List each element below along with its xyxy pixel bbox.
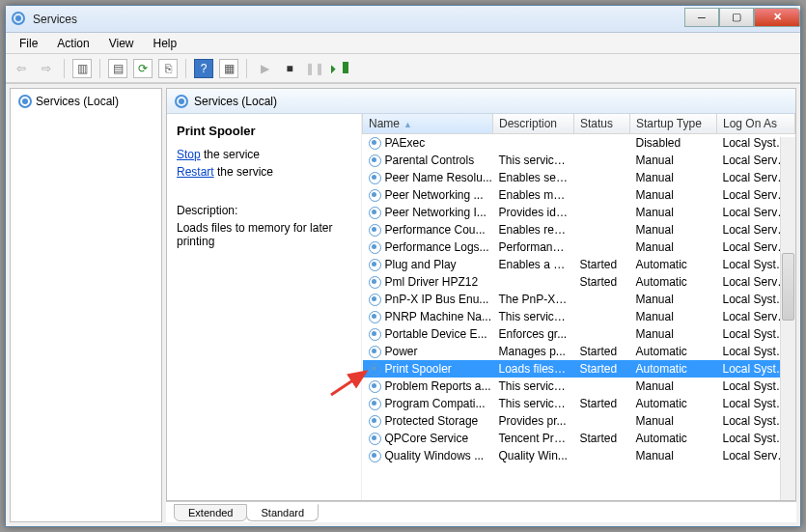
svc-startup: Manual bbox=[630, 378, 717, 395]
window-title: Services bbox=[33, 13, 684, 26]
svc-name: Pml Driver HPZ12 bbox=[385, 275, 479, 289]
start-service-button[interactable]: ▶ bbox=[255, 59, 274, 78]
service-row[interactable]: QPCore ServiceTencent Pro...StartedAutom… bbox=[363, 430, 795, 447]
scroll-thumb[interactable] bbox=[782, 253, 794, 321]
service-row[interactable]: Print SpoolerLoads files t...StartedAuto… bbox=[363, 360, 795, 378]
service-row[interactable]: Pml Driver HPZ12StartedAutomaticLocal Se… bbox=[363, 273, 795, 291]
svc-status bbox=[574, 186, 630, 204]
service-row[interactable]: Problem Reports a...This service ...Manu… bbox=[363, 378, 795, 395]
service-row[interactable]: PowerManages p...StartedAutomaticLocal S… bbox=[363, 343, 795, 360]
vertical-scrollbar[interactable] bbox=[780, 137, 795, 500]
svc-startup: Manual bbox=[630, 186, 717, 204]
console-tree[interactable]: Services (Local) bbox=[10, 88, 162, 522]
svc-status bbox=[574, 412, 630, 430]
menu-help[interactable]: Help bbox=[146, 35, 185, 52]
svc-startup: Automatic bbox=[630, 395, 717, 412]
export-list-button[interactable]: ⎘ bbox=[158, 59, 178, 78]
menu-file[interactable]: File bbox=[12, 35, 45, 52]
service-row[interactable]: Parental ControlsThis service ...ManualL… bbox=[363, 152, 795, 169]
maximize-button[interactable]: ▢ bbox=[719, 8, 754, 27]
service-row[interactable]: PnP-X IP Bus Enu...The PnP-X ...ManualLo… bbox=[363, 291, 795, 308]
gear-icon bbox=[369, 207, 381, 219]
gear-icon bbox=[369, 450, 381, 462]
properties-button[interactable]: ▤ bbox=[108, 59, 127, 78]
back-button[interactable]: ⇦ bbox=[12, 59, 31, 78]
restart-service-button[interactable]: ⏵❚ bbox=[330, 59, 349, 78]
svc-startup: Manual bbox=[630, 152, 717, 169]
service-row[interactable]: PAExecDisabledLocal Syste... bbox=[363, 134, 795, 153]
service-row[interactable]: Plug and PlayEnables a c...StartedAutoma… bbox=[363, 256, 795, 273]
sort-asc-icon: ▲ bbox=[403, 120, 412, 129]
pane-title: Services (Local) bbox=[194, 95, 277, 108]
service-row[interactable]: Performance Logs...Performanc...ManualLo… bbox=[363, 238, 795, 256]
svc-desc: Provides pr... bbox=[493, 412, 574, 430]
svc-desc: Manages p... bbox=[493, 343, 574, 360]
svc-status bbox=[574, 447, 630, 464]
svc-status bbox=[574, 238, 630, 256]
svc-startup: Manual bbox=[630, 447, 717, 464]
col-name[interactable]: Name▲ bbox=[363, 114, 493, 134]
svc-name: PnP-X IP Bus Enu... bbox=[385, 293, 489, 306]
svc-desc: This service ... bbox=[493, 378, 574, 395]
help-button[interactable]: ? bbox=[194, 59, 213, 78]
forward-button[interactable]: ⇨ bbox=[37, 59, 56, 78]
gear-icon bbox=[369, 380, 381, 393]
svc-name: Peer Networking I... bbox=[385, 206, 486, 219]
close-button[interactable]: ✕ bbox=[754, 8, 800, 27]
restart-link[interactable]: Restart bbox=[177, 165, 214, 179]
svc-startup: Automatic bbox=[630, 360, 717, 378]
menu-action[interactable]: Action bbox=[49, 35, 97, 52]
stop-suffix: the service bbox=[201, 148, 260, 161]
svc-startup: Manual bbox=[630, 221, 717, 238]
service-row[interactable]: Quality Windows ...Quality Win...ManualL… bbox=[363, 447, 795, 464]
svc-desc: Enforces gr... bbox=[493, 325, 574, 343]
gear-icon bbox=[369, 328, 381, 341]
separator bbox=[246, 59, 247, 78]
tab-standard[interactable]: Standard bbox=[246, 504, 319, 521]
service-row[interactable]: Protected StorageProvides pr...ManualLoc… bbox=[363, 412, 795, 430]
service-row[interactable]: Peer Name Resolu...Enables serv...Manual… bbox=[363, 169, 795, 186]
gear-icon bbox=[369, 172, 381, 184]
menu-view[interactable]: View bbox=[101, 35, 142, 52]
services-window: Services ─ ▢ ✕ File Action View Help ⇦ ⇨… bbox=[5, 5, 801, 527]
refresh-button[interactable]: ⟳ bbox=[133, 59, 153, 78]
svc-name: Quality Windows ... bbox=[385, 449, 485, 462]
gear-icon bbox=[369, 294, 381, 306]
svc-desc: Loads files t... bbox=[493, 360, 574, 378]
stop-service-button[interactable]: ■ bbox=[280, 59, 299, 78]
gear-icon bbox=[369, 224, 381, 237]
tree-root-services-local[interactable]: Services (Local) bbox=[14, 93, 157, 110]
separator bbox=[99, 59, 100, 78]
svc-desc: This service ... bbox=[493, 152, 574, 169]
toolbar-icon[interactable]: ▦ bbox=[219, 59, 238, 78]
svc-name: Performance Cou... bbox=[385, 223, 486, 237]
stop-link[interactable]: Stop bbox=[177, 148, 201, 161]
show-hide-tree-button[interactable]: ▥ bbox=[72, 59, 92, 78]
svc-status: Started bbox=[574, 343, 630, 360]
tab-extended[interactable]: Extended bbox=[174, 504, 247, 521]
service-row[interactable]: Performance Cou...Enables rem...ManualLo… bbox=[363, 221, 795, 238]
col-startup[interactable]: Startup Type bbox=[630, 114, 717, 134]
col-description[interactable]: Description bbox=[493, 114, 574, 134]
svc-name: Power bbox=[385, 345, 418, 358]
minimize-button[interactable]: ─ bbox=[684, 8, 719, 27]
restart-suffix: the service bbox=[214, 165, 273, 179]
svc-desc: This service ... bbox=[493, 395, 574, 412]
service-row[interactable]: PNRP Machine Na...This service ...Manual… bbox=[363, 308, 795, 325]
col-logon[interactable]: Log On As bbox=[717, 114, 795, 134]
detail-panel: Print Spooler Stop the service Restart t… bbox=[167, 114, 362, 500]
gear-icon bbox=[369, 154, 381, 167]
svc-status bbox=[574, 308, 630, 325]
service-row[interactable]: Program Compati...This service ...Starte… bbox=[363, 395, 795, 412]
pause-service-button[interactable]: ❚❚ bbox=[305, 59, 324, 78]
service-row[interactable]: Peer Networking I...Provides ide...Manua… bbox=[363, 204, 795, 221]
service-row[interactable]: Portable Device E...Enforces gr...Manual… bbox=[363, 325, 795, 343]
service-row[interactable]: Peer Networking ...Enables mul...ManualL… bbox=[363, 186, 795, 204]
svc-name: Plug and Play bbox=[385, 258, 457, 271]
gear-icon bbox=[175, 95, 188, 108]
service-list[interactable]: Name▲ Description Status Startup Type Lo… bbox=[362, 114, 795, 500]
col-status[interactable]: Status bbox=[574, 114, 630, 134]
titlebar[interactable]: Services ─ ▢ ✕ bbox=[6, 6, 800, 33]
gear-icon bbox=[369, 415, 381, 428]
gear-icon bbox=[369, 363, 381, 376]
